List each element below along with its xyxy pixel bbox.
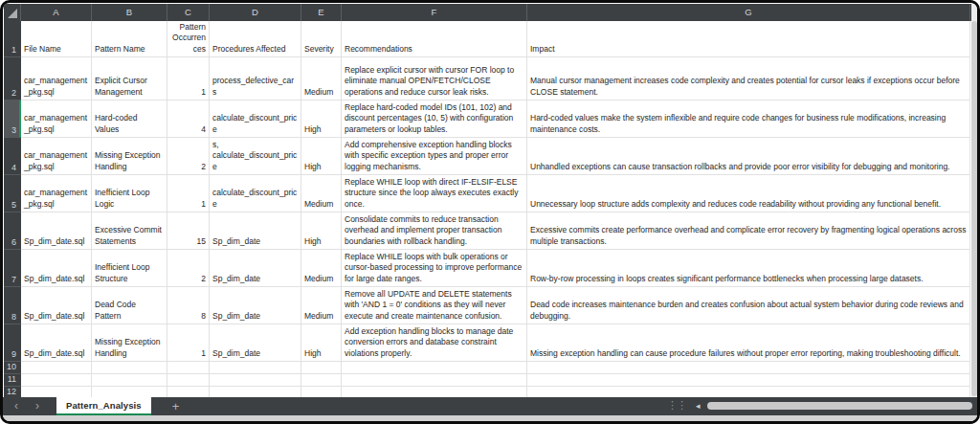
cell-B6[interactable]: Excessive Commit Statements [92,212,167,250]
cell-F4[interactable]: Add comprehensive exception handling blo… [342,138,527,175]
cell-C2[interactable]: 1 [167,57,210,100]
cell-G4[interactable]: Unhandled exceptions can cause transacti… [527,138,970,175]
cell-F10[interactable] [342,362,527,374]
cell-A5[interactable]: car_management_pkg.sql [21,175,92,212]
row-header-5[interactable]: 5 [4,175,21,212]
cell-A1[interactable]: File Name [21,21,92,57]
cell-A11[interactable] [21,374,92,387]
cell-D9[interactable]: Sp_dim_date [210,324,301,362]
cell-F3[interactable]: Replace hard-coded model IDs (101, 102) … [342,100,527,138]
vertical-scrollbar-thumb[interactable] [971,21,977,396]
cell-B7[interactable]: Inefficient Loop Structure [92,250,167,287]
cell-D6[interactable]: Sp_dim_date [210,212,301,250]
cell-E6[interactable]: High [301,212,342,250]
row-header-3[interactable]: 3 [4,100,21,138]
row-header-7[interactable]: 7 [4,250,21,287]
cell-A8[interactable]: Sp_dim_date.sql [21,287,92,324]
cell-G1[interactable]: Impact [527,21,970,57]
cell-G2[interactable]: Manual cursor management increases code … [527,57,970,100]
cell-A10[interactable] [21,362,92,374]
cell-G10[interactable] [527,362,970,374]
row-header-1[interactable]: 1 [4,21,21,57]
cell-G5[interactable]: Unnecessary loop structure adds complexi… [527,175,970,212]
cell-D1[interactable]: Procedures Affected [210,21,301,57]
cell-A9[interactable]: Sp_dim_date.sql [21,324,92,362]
cell-D11[interactable] [210,374,301,387]
column-header-F[interactable]: F [342,4,527,21]
cell-E10[interactable] [301,362,342,374]
cell-E2[interactable]: Medium [301,57,342,100]
cell-B4[interactable]: Missing Exception Handling [92,138,167,175]
cell-F11[interactable] [342,374,527,387]
cell-F7[interactable]: Replace WHILE loops with bulk operations… [342,250,527,287]
cell-B2[interactable]: Explicit Cursor Management [92,57,167,100]
cell-B11[interactable] [92,374,167,387]
cell-A3[interactable]: car_management_pkg.sql [21,100,92,138]
cell-G9[interactable]: Missing exception handling can cause pro… [527,324,970,362]
cell-B1[interactable]: Pattern Name [92,21,167,57]
row-header-10[interactable]: 10 [4,362,21,374]
cell-B10[interactable] [92,362,167,374]
cell-C5[interactable]: 1 [167,175,210,212]
sheet-nav-prev-icon[interactable]: ‹ [9,397,24,415]
sheet-tab-pattern-analysis[interactable]: Pattern_Analysis [56,397,151,415]
column-header-B[interactable]: B [92,4,167,21]
cell-G7[interactable]: Row-by-row processing in loops creates s… [527,250,970,287]
cell-E8[interactable]: Medium [301,287,342,324]
add-sheet-button[interactable]: + [172,397,180,415]
cell-E9[interactable]: High [301,324,342,362]
cell-C7[interactable]: 2 [167,250,210,287]
cell-D10[interactable] [210,362,301,374]
sheet-nav-next-icon[interactable]: › [30,397,45,415]
cell-G6[interactable]: Excessive commits create performance ove… [527,212,970,250]
scrollbar-resize-grip-icon[interactable]: ⋮⋮ [667,399,686,412]
cell-B3[interactable]: Hard-coded Values [92,100,167,138]
cell-G3[interactable]: Hard-coded values make the system inflex… [527,100,970,138]
column-header-A[interactable]: A [21,4,92,21]
row-header-9[interactable]: 9 [4,324,21,362]
cell-E1[interactable]: Severity [301,21,342,57]
cell-E11[interactable] [301,374,342,387]
select-all-button[interactable] [4,4,21,21]
cell-A2[interactable]: car_management_pkg.sql [21,57,92,100]
column-header-D[interactable]: D [210,4,301,21]
cell-C8[interactable]: 8 [167,287,210,324]
cell-D8[interactable]: Sp_dim_date [210,287,301,324]
hscroll-left-arrow-icon[interactable]: ◂ [696,401,701,411]
cell-D7[interactable]: Sp_dim_date [210,250,301,287]
cell-D3[interactable]: calculate_discount_price [210,100,301,138]
cell-B5[interactable]: Inefficient Loop Logic [92,175,167,212]
cell-C11[interactable] [167,374,210,387]
cell-F2[interactable]: Replace explicit cursor with cursor FOR … [342,57,527,100]
row-header-8[interactable]: 8 [4,287,21,324]
cell-F5[interactable]: Replace WHILE loop with direct IF-ELSIF-… [342,175,527,212]
cell-B9[interactable]: Missing Exception Handling [92,324,167,362]
cell-G8[interactable]: Dead code increases maintenance burden a… [527,287,970,324]
cell-F8[interactable]: Remove all UPDATE and DELETE statements … [342,287,527,324]
cell-A6[interactable]: Sp_dim_date.sql [21,212,92,250]
cell-E3[interactable]: High [301,100,342,138]
row-header-6[interactable]: 6 [4,212,21,250]
cell-A4[interactable]: car_management_pkg.sql [21,138,92,175]
row-header-11[interactable]: 11 [4,374,21,387]
cell-C3[interactable]: 4 [167,100,210,138]
cell-A7[interactable]: Sp_dim_date.sql [21,250,92,287]
vertical-scrollbar[interactable] [971,4,977,398]
cell-D4[interactable]: process_defective_cars, calculate_discou… [210,138,301,175]
cell-D5[interactable]: calculate_discount_price [210,175,301,212]
row-header-2[interactable]: 2 [4,57,21,100]
cell-G11[interactable] [527,374,970,387]
horizontal-scrollbar-thumb[interactable] [707,402,972,410]
cell-C6[interactable]: 15 [167,212,210,250]
cell-F9[interactable]: Add exception handling blocks to manage … [342,324,527,362]
cell-E4[interactable]: High [301,138,342,175]
cell-F6[interactable]: Consolidate commits to reduce transactio… [342,212,527,250]
column-header-C[interactable]: C [167,4,210,21]
cell-D2[interactable]: process_defective_cars [210,57,301,100]
cell-C4[interactable]: 2 [167,138,210,175]
column-header-E[interactable]: E [301,4,342,21]
cell-E7[interactable]: Medium [301,250,342,287]
cell-B8[interactable]: Dead Code Pattern [92,287,167,324]
row-header-4[interactable]: 4 [4,138,21,175]
cell-C9[interactable]: 1 [167,324,210,362]
